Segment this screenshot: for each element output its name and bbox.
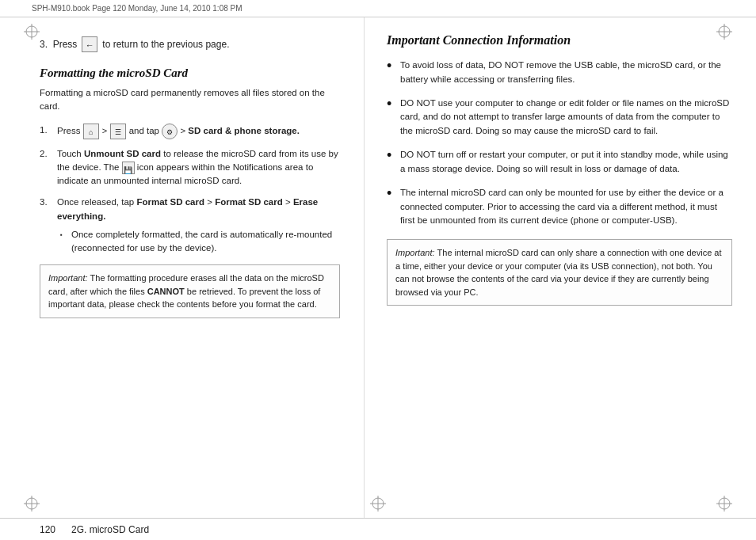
- square-bullet-icon: ▪: [60, 230, 67, 256]
- step1-content: Press ⌂ > ☰ and tap ⚙ > SD card & phone …: [57, 124, 340, 139]
- step1-number: 1.: [40, 124, 52, 137]
- right-column: Important Connection Information • To av…: [365, 17, 756, 518]
- bullet-text-2: DO NOT use your computer to change or ed…: [400, 97, 732, 139]
- bullet-text-1: To avoid loss of data, DO NOT remove the…: [400, 59, 732, 87]
- content-area: 3. Press ← to return to the previous pag…: [0, 17, 756, 518]
- format-intro: Formatting a microSD card permanently re…: [40, 86, 340, 114]
- back-arrow-icon: ←: [82, 36, 97, 52]
- section-heading: Important Connection Information: [387, 33, 732, 48]
- important-box-left: Important: The formatting procedure eras…: [40, 264, 340, 318]
- important-label-right: Important:: [395, 248, 437, 257]
- step1-bold: SD card & phone storage.: [188, 126, 300, 135]
- page-footer: 120 2G. microSD Card: [0, 518, 756, 540]
- format-sd-bold2: Format SD card: [215, 197, 283, 207]
- bullet-item-2: • DO NOT use your computer to change or …: [387, 97, 732, 139]
- header-text: SPH-M910.book Page 120 Monday, June 14, …: [32, 4, 242, 13]
- left-column: 3. Press ← to return to the previous pag…: [0, 17, 365, 518]
- step-3: 3. Once released, tap Format SD card > F…: [40, 196, 340, 255]
- bullet-dot-3: •: [387, 148, 395, 162]
- cannot-bold: CANNOT: [147, 287, 185, 296]
- numbered-list: 1. Press ⌂ > ☰ and tap ⚙ > SD card & pho…: [40, 124, 340, 256]
- home-icon: ⌂: [83, 124, 99, 139]
- important-text-right: The internal microSD card can only share…: [395, 248, 722, 297]
- important-label-left: Important:: [48, 273, 90, 283]
- footer-section-title: 2G. microSD Card: [71, 524, 149, 535]
- step2-bold: Unmount SD card: [84, 149, 161, 158]
- format-heading: Formatting the microSD Card: [40, 67, 340, 80]
- bullet-item-3: • DO NOT turn off or restart your comput…: [387, 148, 732, 177]
- settings-icon: ⚙: [162, 124, 178, 139]
- step2-number: 2.: [40, 147, 52, 161]
- bullet-item-1: • To avoid loss of data, DO NOT remove t…: [387, 59, 732, 87]
- bullet-dot-4: •: [387, 186, 395, 200]
- bullet-item-4: • The internal microSD card can only be …: [387, 186, 732, 228]
- sub-bullet: ▪ Once completely formatted, the card is…: [60, 228, 340, 256]
- chevron1: >: [102, 126, 107, 135]
- menu-icon: ☰: [110, 124, 126, 139]
- step-2: 2. Touch Unmount SD card to release the …: [40, 147, 340, 188]
- step3-top: 3. Press ← to return to the previous pag…: [40, 36, 340, 52]
- format-sd-bold1: Format SD card: [136, 197, 204, 207]
- step3-label: 3. Press: [40, 37, 77, 51]
- bullet-text-3: DO NOT turn off or restart your computer…: [400, 148, 732, 177]
- footer-page-number: 120: [40, 524, 55, 535]
- bullet-dot-2: •: [387, 97, 395, 111]
- step2-content: Touch Unmount SD card to release the mic…: [57, 147, 340, 188]
- step3-number: 3.: [40, 196, 52, 209]
- important-box-right: Important: The internal microSD card can…: [387, 239, 732, 306]
- sdcard-notif-icon: 💾: [122, 162, 135, 174]
- step3-text: to return to the previous page.: [102, 37, 229, 51]
- sub-bullet-text: Once completely formatted, the card is a…: [71, 228, 340, 256]
- page-container: SPH-M910.book Page 120 Monday, June 14, …: [0, 0, 756, 540]
- bullet-text-4: The internal microSD card can only be mo…: [400, 186, 732, 228]
- bullet-list: • To avoid loss of data, DO NOT remove t…: [387, 59, 732, 228]
- step3-content: Once released, tap Format SD card > Form…: [57, 196, 340, 255]
- bullet-dot-1: •: [387, 59, 395, 73]
- page-header: SPH-M910.book Page 120 Monday, June 14, …: [0, 0, 756, 17]
- step-1: 1. Press ⌂ > ☰ and tap ⚙ > SD card & pho…: [40, 124, 340, 139]
